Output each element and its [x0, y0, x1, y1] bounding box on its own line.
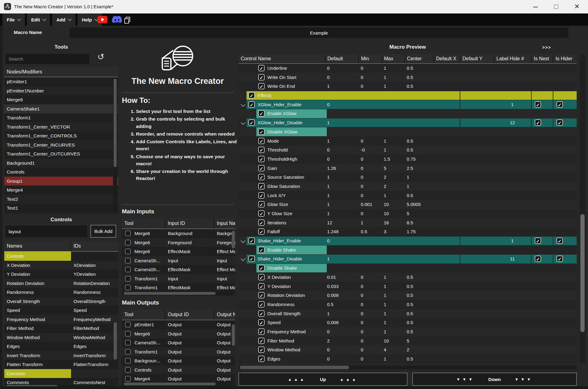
io-row[interactable]: Transform1EffectMaskEffect Mask: [122, 283, 235, 292]
menu-file[interactable]: File: [2, 13, 25, 26]
io-row[interactable]: CameraSh...InputInput: [122, 256, 235, 265]
tools-list-item[interactable]: Transform1: [4, 113, 118, 122]
preview-row[interactable]: ✓Shake_Hider_Enable01✓✓: [239, 236, 577, 245]
controls-table-row[interactable]: Overall StrengthOverallStrength: [4, 297, 118, 306]
menu-add[interactable]: Add: [52, 13, 75, 26]
preview-row[interactable]: ✓Glow Size10.001105.0005: [239, 200, 577, 209]
row-checkbox[interactable]: ✓: [258, 156, 265, 162]
tools-list-item[interactable]: Background1: [4, 159, 118, 168]
is-nest-checkbox[interactable]: ✓: [535, 238, 541, 244]
controls-table-row[interactable]: Rotation DeviationRotationDeviation: [4, 279, 118, 288]
tools-list-item[interactable]: Controls: [4, 167, 118, 177]
row-checkbox[interactable]: [125, 367, 131, 373]
is-hider-checkbox[interactable]: ✓: [556, 256, 563, 262]
move-up-button[interactable]: ▲▲▲ Up ▲▲▲: [239, 373, 407, 386]
chevron-down-icon[interactable]: [241, 102, 246, 107]
row-checkbox[interactable]: ✓: [258, 356, 265, 362]
controls-table-row[interactable]: Controls: [4, 252, 118, 261]
preview-row[interactable]: ✓Write On Start0010.5: [239, 73, 577, 82]
inputs-hscrollbar[interactable]: [123, 292, 233, 295]
row-checkbox[interactable]: ✓: [258, 338, 265, 344]
row-checkbox[interactable]: ✓: [258, 110, 265, 117]
controls-table-row[interactable]: Invert TransformInvertTransform: [4, 351, 118, 360]
is-hider-checkbox[interactable]: ✓: [556, 101, 563, 108]
row-checkbox[interactable]: ✓: [258, 265, 265, 271]
tools-list-item[interactable]: Group1: [4, 177, 118, 186]
preview-row[interactable]: ✓Filter Method20105: [239, 336, 577, 346]
preview-row[interactable]: ✓Y Deviation0.033010.5: [239, 282, 577, 291]
outputs-hscrollbar[interactable]: [123, 382, 233, 386]
row-checkbox[interactable]: ✓: [258, 83, 265, 89]
row-checkbox[interactable]: ✓: [258, 138, 265, 144]
row-checkbox[interactable]: ✓: [248, 119, 255, 126]
io-row[interactable]: Backgroun...OutputOutput: [122, 356, 235, 365]
move-down-button[interactable]: ▼▼▼ Down ▼▼▼: [413, 373, 577, 386]
row-checkbox[interactable]: ✓: [258, 319, 265, 326]
tools-list-item[interactable]: Transform1_Center_OUTCURVES: [4, 149, 118, 159]
controls-table-row[interactable]: Filter MethodFilterMethod: [4, 324, 118, 333]
tools-scrollbar[interactable]: [113, 77, 117, 214]
preview-row[interactable]: ✓Lock X/Y1010.5: [239, 191, 577, 200]
preview-row[interactable]: ✓X Deviation0.01010.5: [239, 273, 577, 282]
preview-row[interactable]: ✓Disable XGlow: [239, 127, 577, 137]
row-checkbox[interactable]: ✓: [258, 74, 265, 80]
row-checkbox[interactable]: ✓: [258, 183, 265, 189]
row-checkbox[interactable]: ✓: [248, 101, 255, 108]
preview-row[interactable]: ✓Shake_Hider_Disable111✓✓: [239, 254, 577, 264]
is-hider-checkbox[interactable]: ✓: [556, 238, 563, 244]
is-nest-checkbox[interactable]: ✓: [535, 119, 541, 126]
row-checkbox[interactable]: [125, 340, 131, 346]
preview-row[interactable]: ✓Effects: [239, 91, 577, 100]
menu-edit[interactable]: Edit: [27, 13, 50, 26]
row-checkbox[interactable]: ✓: [248, 92, 255, 99]
io-row[interactable]: Transform1OutputOutput: [122, 347, 235, 357]
row-checkbox[interactable]: [125, 240, 131, 245]
row-checkbox[interactable]: [125, 349, 131, 355]
bulk-add-button[interactable]: Bulk Add: [91, 225, 116, 238]
row-checkbox[interactable]: ✓: [258, 247, 265, 253]
macro-name-input[interactable]: [70, 28, 568, 38]
controls-table-row[interactable]: Common: [4, 369, 118, 378]
preview-row[interactable]: ✓Y Glow Size10105: [239, 209, 577, 218]
row-checkbox[interactable]: ✓: [258, 346, 265, 353]
row-checkbox[interactable]: ✓: [258, 147, 265, 153]
row-checkbox[interactable]: [125, 322, 131, 327]
controls-table-row[interactable]: Flatten TransformFlattenTransform: [4, 360, 118, 369]
row-checkbox[interactable]: ✓: [258, 165, 265, 171]
preview-row[interactable]: ✓Mode1010.5: [239, 137, 577, 146]
preview-row[interactable]: ✓Gain1.26052.5: [239, 164, 577, 173]
row-checkbox[interactable]: ✓: [258, 192, 265, 199]
row-checkbox[interactable]: [125, 358, 131, 364]
is-hider-checkbox[interactable]: ✓: [556, 119, 563, 126]
preview-row[interactable]: ✓Threshold0-010.5: [239, 145, 577, 155]
preview-vscrollbar[interactable]: [580, 54, 586, 363]
row-checkbox[interactable]: ✓: [258, 129, 265, 135]
tools-list-item[interactable]: Text1: [4, 204, 118, 213]
preview-row[interactable]: ✓Window Method0042: [239, 345, 577, 354]
tools-list-item[interactable]: Transform1_Center_INCURVES: [4, 140, 118, 150]
preview-hscrollbar[interactable]: [239, 365, 577, 369]
controls-table-row[interactable]: X DeviationXDeviation: [4, 261, 118, 270]
preview-row[interactable]: ✓Source Saturation1021: [239, 173, 577, 182]
controls-table-row[interactable]: Y DeviationYDeviation: [4, 270, 118, 279]
controls-table-row[interactable]: Window MethodWindowMethod: [4, 333, 118, 342]
preview-row[interactable]: ✓Frequency Method0010.5: [239, 327, 577, 336]
controls-table-row[interactable]: RandomnessRandomness: [4, 288, 118, 297]
row-checkbox[interactable]: ✓: [258, 292, 265, 298]
row-checkbox[interactable]: [125, 249, 131, 254]
expand-panel-button[interactable]: >>>: [542, 45, 551, 50]
tools-list-item[interactable]: Merge6: [4, 95, 118, 104]
controls-table-row[interactable]: SpeedSpeed: [4, 306, 118, 315]
preview-row[interactable]: ✓Speed0.008010.5: [239, 318, 577, 327]
controls-table-row[interactable]: Frequency MethodFrequencyMethod: [4, 315, 118, 324]
preview-row[interactable]: ✓Overall Strength1010.5: [239, 309, 577, 318]
outputs-vscrollbar[interactable]: [232, 324, 235, 346]
row-checkbox[interactable]: ✓: [258, 274, 265, 280]
row-checkbox[interactable]: ✓: [258, 210, 265, 217]
io-row[interactable]: Merge6ForegroundForeground: [122, 238, 235, 247]
row-checkbox[interactable]: [125, 267, 131, 272]
chevron-down-icon[interactable]: [241, 238, 246, 243]
row-checkbox[interactable]: ✓: [258, 65, 265, 71]
preview-row[interactable]: ✓Disable Shake: [239, 264, 577, 273]
is-nest-checkbox[interactable]: ✓: [535, 101, 541, 108]
